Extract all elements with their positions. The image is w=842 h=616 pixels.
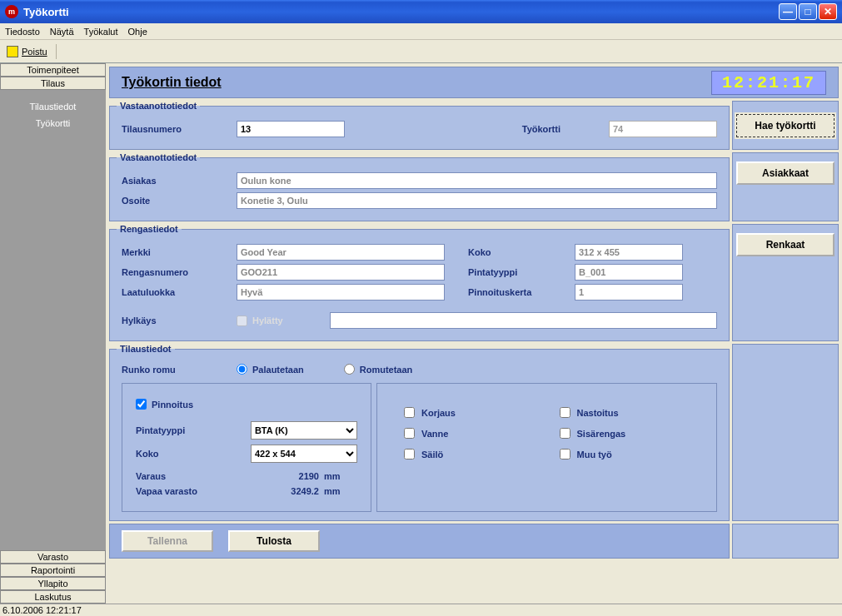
label-cb-rim: Vanne — [421, 429, 448, 439]
label-work-card: Työkortti — [522, 124, 561, 134]
label-radio-return: Palautetaan — [252, 365, 304, 375]
checkbox-tank[interactable] — [404, 449, 415, 460]
label-frame-scrap: Runko romu — [122, 365, 230, 375]
minimize-button[interactable]: — — [779, 3, 797, 20]
section-order-details: Tilaustiedot Runko romu Palautetaan Romu… — [109, 344, 730, 521]
input-order-number[interactable] — [237, 121, 345, 137]
label-cb-inner: Sisärengas — [577, 429, 626, 439]
input-reject-reason[interactable] — [330, 312, 717, 329]
checkbox-retread[interactable] — [136, 399, 147, 410]
checkbox-repair[interactable] — [404, 407, 415, 418]
label-reject: Hylkäys — [122, 315, 230, 325]
legend-section1: Vastaanottotiedot — [117, 101, 200, 111]
label-address: Osoite — [122, 196, 230, 206]
sidebar-item-varasto[interactable]: Varasto — [0, 550, 106, 564]
value-reserved: 2190 — [252, 471, 319, 481]
label-tire-number: Rengasnumero — [122, 267, 230, 277]
input-retread-count — [575, 284, 683, 301]
page-title: Työkortin tiedot — [122, 75, 711, 90]
status-datetime: 6.10.2006 12:21:17 — [2, 605, 82, 615]
app-icon: m — [5, 5, 18, 18]
sidebar-item-raportointi[interactable]: Raportointi — [0, 564, 106, 577]
label-radio-scrap: Romutetaan — [360, 365, 413, 375]
select-size[interactable]: 422 x 544 — [251, 445, 357, 463]
input-size — [575, 244, 683, 261]
radio-return[interactable] — [237, 364, 247, 375]
input-address — [237, 192, 717, 209]
legend-section2: Vastaanottotiedot — [117, 152, 200, 162]
input-tread-type — [575, 264, 683, 281]
section-tire-info: Rengastiedot Merkki Koko Rengasnumero Pi… — [109, 224, 730, 341]
input-work-card — [609, 121, 717, 137]
toolbar-separator — [56, 44, 57, 59]
label-retread-count: Pinnoituskerta — [468, 287, 568, 297]
sidebar-item-yllapito[interactable]: Yllapito — [0, 577, 106, 590]
label-size-select: Koko — [136, 449, 251, 459]
workarea: Työkortin tiedot 12:21:17 Vastaanottotie… — [106, 63, 842, 604]
unit-reserved: mm — [324, 471, 341, 481]
label-tread-type: Pintatyyppi — [468, 267, 568, 277]
toolbar: Poistu — [0, 40, 842, 63]
label-cb-tank: Säilö — [421, 450, 443, 460]
checkbox-rim[interactable] — [404, 428, 415, 439]
radio-scrap[interactable] — [344, 364, 355, 375]
sidepanel-empty-2 — [732, 524, 839, 559]
checkbox-inner[interactable] — [560, 428, 570, 439]
label-cb-stud: Nastoitus — [577, 408, 619, 418]
exit-icon — [7, 46, 18, 57]
label-tread-select: Pintatyyppi — [136, 425, 251, 435]
value-free-stock: 3249.2 — [252, 486, 319, 496]
label-cb-repair: Korjaus — [421, 408, 456, 418]
clock: 12:21:17 — [711, 71, 826, 95]
statusbar: 6.10.2006 12:21:17 — [0, 604, 842, 616]
tires-button[interactable]: Renkaat — [736, 233, 835, 256]
subpanel-retread: Pinnoitus Pintatyyppi BTA (K) Koko — [122, 383, 371, 512]
menubar: Tiedosto Näytä Työkalut Ohje — [0, 23, 842, 40]
subpanel-extras: Korjaus Nastoitus Vanne Sisärengas Säilö… — [376, 383, 717, 512]
label-brand: Merkki — [122, 247, 230, 257]
menu-help[interactable]: Ohje — [128, 27, 147, 37]
menu-file[interactable]: Tiedosto — [5, 27, 40, 37]
section-customer-info: Vastaanottotiedot Asiakas Osoite — [109, 152, 730, 221]
sidebar-link-tyokortti[interactable]: Työkortti — [0, 115, 106, 132]
legend-section3: Rengastiedot — [117, 224, 182, 234]
checkbox-rejected — [237, 315, 247, 326]
unit-free-stock: mm — [324, 486, 341, 496]
label-free-stock: Vapaa varasto — [136, 486, 252, 496]
customers-button[interactable]: Asiakkaat — [736, 161, 835, 185]
fetch-work-card-button[interactable]: Hae työkortti — [736, 114, 835, 137]
legend-section4: Tilaustiedot — [117, 344, 175, 354]
sidebar-item-laskutus[interactable]: Laskutus — [0, 590, 106, 604]
sidebar: Toimenpiteet Tilaus Tilaustiedot Työkort… — [0, 63, 106, 604]
label-size: Koko — [468, 247, 568, 257]
save-button[interactable]: Tallenna — [122, 530, 213, 552]
window-title: Työkortti — [23, 6, 779, 18]
exit-button[interactable]: Poistu — [22, 47, 47, 57]
input-customer — [237, 172, 717, 189]
input-tire-number — [237, 264, 445, 281]
footer-band: Tallenna Tulosta — [109, 524, 730, 559]
menu-tools[interactable]: Työkalut — [84, 27, 118, 37]
label-customer: Asiakas — [122, 176, 230, 186]
close-button[interactable]: ✕ — [819, 3, 837, 20]
checkbox-stud[interactable] — [560, 407, 570, 418]
checkbox-other[interactable] — [560, 449, 570, 460]
menu-view[interactable]: Näytä — [50, 27, 74, 37]
label-cb-other: Muu työ — [577, 450, 612, 460]
section-order-lookup: Vastaanottotiedot Tilausnumero Työkortti — [109, 101, 730, 150]
titlebar: m Työkortti — □ ✕ — [0, 0, 842, 23]
print-button[interactable]: Tulosta — [228, 530, 320, 552]
label-retread-cb: Pinnoitus — [152, 400, 193, 410]
sidebar-item-toimenpiteet[interactable]: Toimenpiteet — [0, 63, 106, 77]
select-tread-type[interactable]: BTA (K) — [251, 421, 357, 440]
input-brand — [237, 244, 445, 261]
maximize-button[interactable]: □ — [799, 3, 817, 20]
sidebar-item-tilaus[interactable]: Tilaus — [0, 77, 106, 90]
header-band: Työkortin tiedot 12:21:17 — [109, 67, 839, 98]
label-order-number: Tilausnumero — [122, 124, 230, 134]
sidepanel-empty — [732, 344, 839, 521]
sidebar-link-tilaustiedot[interactable]: Tilaustiedot — [0, 98, 106, 115]
label-reserved: Varaus — [136, 471, 252, 481]
label-quality: Laatuluokka — [122, 287, 230, 297]
input-quality — [237, 284, 445, 301]
